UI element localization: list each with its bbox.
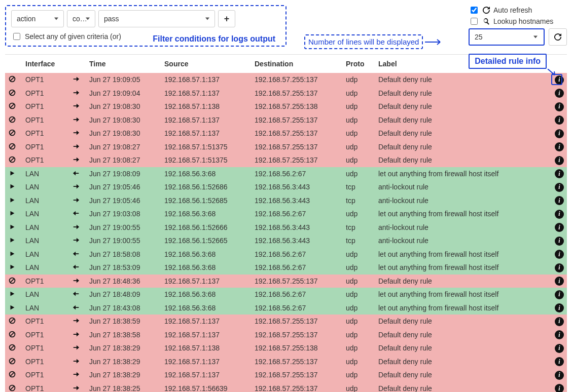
cell-source[interactable]: 192.168.57.1:56639 [161,382,252,393]
info-icon[interactable]: i [555,371,564,380]
cell-interface[interactable]: OPT1 [22,382,69,393]
cell-destination[interactable]: 192.168.56.2:67 [252,167,343,181]
cell-source[interactable]: 192.168.56.3:68 [161,288,252,301]
info-icon[interactable]: i [555,250,564,259]
block-icon[interactable] [8,142,16,150]
cell-destination[interactable]: 192.168.56.2:67 [252,248,343,261]
cell-destination[interactable]: 192.168.56.3:443 [252,221,343,234]
info-icon[interactable]: i [555,357,564,366]
block-icon[interactable] [8,370,16,378]
cell-interface[interactable]: OPT1 [22,87,69,100]
info-icon[interactable]: i [555,263,564,272]
info-icon[interactable]: i [555,89,564,98]
cell-source[interactable]: 192.168.57.1:137 [161,328,252,342]
cell-source[interactable]: 192.168.56.3:68 [161,301,252,315]
cell-interface[interactable]: LAN [22,194,69,208]
cell-source[interactable]: 192.168.57.1:51375 [161,153,252,167]
info-icon[interactable]: i [555,210,564,219]
cell-interface[interactable]: OPT1 [22,127,69,140]
cell-destination[interactable]: 192.168.56.2:67 [252,207,343,221]
cell-interface[interactable]: OPT1 [22,100,69,113]
auto-refresh-checkbox[interactable] [471,7,478,14]
cell-interface[interactable]: LAN [22,248,69,261]
block-icon[interactable] [8,89,16,97]
block-icon[interactable] [8,317,16,325]
cell-source[interactable]: 192.168.56.3:68 [161,261,252,275]
block-icon[interactable] [8,357,16,365]
cell-destination[interactable]: 192.168.56.3:443 [252,180,343,194]
cell-destination[interactable]: 192.168.57.255:137 [252,355,343,369]
filter-value-select[interactable]: pass [98,10,215,27]
cell-source[interactable]: 192.168.57.1:138 [161,100,252,113]
block-icon[interactable] [8,102,16,110]
pass-icon[interactable] [8,182,16,190]
cell-interface[interactable]: OPT1 [22,113,69,127]
info-icon[interactable]: i [555,102,564,111]
cell-destination[interactable]: 192.168.57.255:137 [252,73,343,87]
cell-interface[interactable]: OPT1 [22,355,69,369]
block-icon[interactable] [8,384,16,392]
filter-operator-select[interactable]: co… [67,10,95,27]
cell-interface[interactable]: LAN [22,221,69,234]
cell-destination[interactable]: 192.168.57.255:137 [252,368,343,382]
pass-icon[interactable] [8,223,16,231]
cell-source[interactable]: 192.168.57.1:137 [161,73,252,87]
pass-icon[interactable] [8,236,16,244]
info-icon[interactable]: i [555,129,564,138]
pass-icon[interactable] [8,250,16,258]
cell-interface[interactable]: OPT1 [22,275,69,288]
info-icon[interactable]: i [555,196,564,205]
cell-source[interactable]: 192.168.56.3:68 [161,167,252,181]
cell-source[interactable]: 192.168.57.1:137 [161,87,252,100]
cell-destination[interactable]: 192.168.57.255:137 [252,87,343,100]
add-filter-button[interactable]: + [218,10,235,27]
info-icon[interactable]: i [555,330,564,339]
cell-destination[interactable]: 192.168.57.255:138 [252,100,343,113]
block-icon[interactable] [8,129,16,137]
cell-source[interactable]: 192.168.56.3:68 [161,207,252,221]
cell-interface[interactable]: OPT1 [22,328,69,342]
lookup-hostnames-checkbox[interactable] [471,18,478,25]
cell-interface[interactable]: LAN [22,261,69,275]
cell-source[interactable]: 192.168.57.1:138 [161,341,252,355]
cell-source[interactable]: 192.168.57.1:137 [161,355,252,369]
cell-interface[interactable]: LAN [22,301,69,315]
select-any-checkbox[interactable] [13,33,20,40]
cell-destination[interactable]: 192.168.57.255:137 [252,315,343,328]
cell-interface[interactable]: LAN [22,180,69,194]
cell-destination[interactable]: 192.168.56.2:67 [252,301,343,315]
cell-source[interactable]: 192.168.56.1:52665 [161,234,252,248]
pass-icon[interactable] [8,209,16,217]
cell-interface[interactable]: OPT1 [22,341,69,355]
block-icon[interactable] [8,330,16,338]
info-icon[interactable]: i [555,183,564,192]
cell-destination[interactable]: 192.168.56.3:443 [252,194,343,208]
cell-destination[interactable]: 192.168.57.255:137 [252,153,343,167]
cell-interface[interactable]: OPT1 [22,315,69,328]
cell-source[interactable]: 192.168.56.3:68 [161,248,252,261]
cell-source[interactable]: 192.168.57.1:137 [161,127,252,140]
cell-destination[interactable]: 192.168.57.255:137 [252,275,343,288]
cell-destination[interactable]: 192.168.57.255:137 [252,328,343,342]
cell-destination[interactable]: 192.168.57.255:137 [252,382,343,393]
cell-source[interactable]: 192.168.57.1:137 [161,275,252,288]
cell-source[interactable]: 192.168.56.1:52686 [161,180,252,194]
block-icon[interactable] [8,343,16,351]
pass-icon[interactable] [8,303,16,311]
block-icon[interactable] [8,155,16,164]
info-icon[interactable]: i [555,156,564,165]
cell-interface[interactable]: OPT1 [22,153,69,167]
block-icon[interactable] [8,75,16,83]
info-icon[interactable]: i [555,384,564,392]
cell-interface[interactable]: LAN [22,288,69,301]
cell-destination[interactable]: 192.168.57.255:138 [252,341,343,355]
pass-icon[interactable] [8,196,16,204]
pass-icon[interactable] [8,290,16,298]
cell-interface[interactable]: LAN [22,167,69,181]
block-icon[interactable] [8,115,16,124]
cell-source[interactable]: 192.168.57.1:51375 [161,140,252,154]
info-icon[interactable]: i [555,142,564,151]
cell-interface[interactable]: LAN [22,207,69,221]
cell-destination[interactable]: 192.168.57.255:137 [252,127,343,140]
info-icon[interactable]: i [555,223,564,232]
